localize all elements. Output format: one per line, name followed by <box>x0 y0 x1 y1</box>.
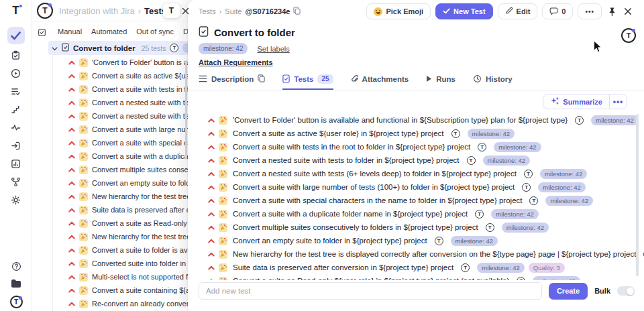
suite-avatar[interactable]: T <box>621 28 636 43</box>
add-test-input[interactable] <box>199 282 542 300</box>
tree-test-item[interactable]: Convert a suite with large number of tes… <box>32 123 188 136</box>
test-row[interactable]: New hierarchy for the test tree is displ… <box>188 247 644 261</box>
tree-test-item[interactable]: New hierarchy for the test tree is displ… <box>32 230 188 243</box>
sidebar-item-import[interactable] <box>7 138 25 153</box>
help-icon[interactable] <box>11 261 21 274</box>
tree-test-item[interactable]: Convert a suite with special characters … <box>32 136 188 149</box>
panel-drag-chip[interactable]: T <box>163 3 180 18</box>
tree-filter-tab[interactable]: Automated <box>91 27 127 36</box>
close-icon[interactable] <box>623 7 633 15</box>
priority-high-icon <box>68 74 75 78</box>
test-row[interactable]: Convert a suite as active ${user role} i… <box>188 127 644 140</box>
tree-suite-row[interactable]: Convert to folder 25 tests T milestone: … <box>48 41 188 55</box>
copy-icon[interactable] <box>258 74 265 84</box>
tree-test-item[interactable]: Convert a suite containing ${attributes}… <box>32 284 188 297</box>
tree-test-item[interactable]: Convert a suite with a duplicate folder … <box>32 149 188 163</box>
tree-test-item[interactable]: Re-convert an already converted suite <box>32 297 188 310</box>
sidebar-item-checklist[interactable] <box>7 84 25 99</box>
branch-icon <box>11 177 21 187</box>
bulk-toggle[interactable] <box>617 286 635 296</box>
tree-close-icon[interactable] <box>182 5 189 17</box>
pulse-icon <box>11 123 21 133</box>
tree-test-item[interactable]: New hierarchy for the test tree is displ… <box>32 190 188 203</box>
test-row[interactable]: Convert a suite with tests in the root t… <box>188 140 644 153</box>
edit-button[interactable]: Edit <box>498 3 538 19</box>
test-row[interactable]: 'Convert to Folder' button is available … <box>188 113 644 127</box>
tab-attachments[interactable]: Attachments <box>351 72 409 90</box>
sidebar-item-settings[interactable] <box>7 192 25 207</box>
tab-runs[interactable]: Runs <box>426 72 455 90</box>
sidebar-item-steps[interactable] <box>7 102 25 117</box>
tree-test-item[interactable]: Convert multiple suites consecutively to… <box>32 163 188 176</box>
summarize-button[interactable]: Summarize <box>543 95 609 109</box>
test-row[interactable]: Convert a suite with special characters … <box>188 194 644 207</box>
suite-id: @S0716234e <box>245 7 290 15</box>
tab-tests[interactable]: Tests 25 <box>282 72 333 90</box>
test-row[interactable]: Convert a suite with large number of tes… <box>188 180 644 194</box>
sidebar-item-runs[interactable] <box>7 66 25 80</box>
more-button[interactable]: ••• <box>578 3 602 19</box>
tree-test-item[interactable]: Convert a suite as Read-only ${user role… <box>32 216 188 230</box>
priority-high-icon <box>208 198 215 203</box>
test-row[interactable]: Convert an empty suite to folder in ${pr… <box>188 234 644 247</box>
tree-test-title: Convert a suite as Read-only ${user role… <box>92 219 188 227</box>
tree-test-item[interactable]: Convert a suite as active ${user role} i… <box>32 69 188 82</box>
sidebar-item-activity[interactable] <box>7 120 25 135</box>
tree-test-title: New hierarchy for the test tree is displ… <box>92 233 188 241</box>
tab-history[interactable]: History <box>473 72 513 90</box>
tree-filter-tab[interactable]: Out of sync <box>136 27 174 36</box>
comments-button[interactable]: 0 <box>542 3 573 19</box>
project-logo[interactable]: T <box>10 296 23 308</box>
copy-icon[interactable] <box>293 7 301 16</box>
test-badge: Quality: 3 <box>529 263 565 273</box>
check-icon <box>11 32 21 40</box>
priority-high-icon <box>208 239 215 243</box>
milestone-badge[interactable]: milestone: 42 <box>199 43 248 54</box>
tree-test-item[interactable]: Multi-select is not supported for 'Conve… <box>32 270 188 284</box>
sidebar-item-tests[interactable] <box>7 27 25 44</box>
test-row[interactable]: Suite data is preserved after conversion… <box>188 261 644 274</box>
attach-requirements-link[interactable]: Attach Requirements <box>199 58 273 66</box>
pick-emoji-button[interactable]: Pick Emoji <box>366 3 431 19</box>
set-labels-link[interactable]: Set labels <box>257 45 289 53</box>
projects-folder-icon[interactable] <box>11 279 21 291</box>
tree-test-item[interactable]: Convert a suite with tests in the root t… <box>32 82 188 96</box>
tree-test-item[interactable]: 'Convert to Folder' button is available … <box>32 56 188 69</box>
sidebar-item-branches[interactable] <box>7 174 25 189</box>
test-title: Convert a suite with large number of tes… <box>233 183 515 191</box>
tree-scrollbar[interactable] <box>185 60 187 160</box>
create-button[interactable]: Create <box>549 283 588 300</box>
tree-test-title: Convert a nested suite with tests (6+ le… <box>92 112 188 120</box>
detail-scrollbar[interactable] <box>636 114 639 276</box>
tree-test-item[interactable]: Convert a nested suite with tests (6+ le… <box>32 109 188 123</box>
test-badges: milestone: 42 <box>540 169 588 179</box>
sidebar-item-plans[interactable] <box>7 48 25 62</box>
breadcrumb-project[interactable]: Integration with Jira <box>59 6 135 16</box>
test-row[interactable]: Convert a suite with a duplicate folder … <box>188 207 644 221</box>
project-avatar[interactable]: T <box>37 3 53 19</box>
doc-icon <box>199 26 209 39</box>
tree-test-item[interactable]: Convert an empty suite to folder in ${pr… <box>32 176 188 190</box>
tree-test-item[interactable]: Convert a nested suite with tests to fol… <box>32 96 188 109</box>
suite-badges-row: milestone: 42 Set labels <box>199 43 290 54</box>
testomat-badge-icon: T <box>475 210 484 219</box>
chevron-down-icon[interactable] <box>52 44 58 52</box>
sidebar-item-analytics[interactable] <box>7 156 25 171</box>
summarize-more-button[interactable]: ••• <box>609 95 627 109</box>
tab-description[interactable]: Description <box>199 72 265 90</box>
tree-filter-tab[interactable]: Detached <box>183 27 188 36</box>
tree-test-item[interactable]: Converted suite into folder in branch is… <box>32 257 188 270</box>
app-logo[interactable]: T <box>12 4 19 17</box>
test-row[interactable]: Convert a nested suite with tests (6+ le… <box>188 167 644 180</box>
pin-icon[interactable] <box>606 7 618 17</box>
tree-test-item[interactable]: Convert a suite to folder is available a… <box>32 243 188 257</box>
new-test-button[interactable]: New Test <box>435 3 492 19</box>
tree-test-item[interactable]: Suite data is preserved after conversion <box>32 203 188 216</box>
test-row[interactable]: Convert multiple suites consecutively to… <box>188 221 644 234</box>
select-tests-icon[interactable] <box>38 27 46 40</box>
testomat-badge-icon: T <box>486 223 494 232</box>
test-row[interactable]: Convert a nested suite with tests to fol… <box>188 153 644 167</box>
breadcrumb-tests[interactable]: Tests <box>199 7 216 15</box>
tree-filter-tab[interactable]: Manual <box>58 27 82 36</box>
party-emoji-icon <box>79 273 88 282</box>
